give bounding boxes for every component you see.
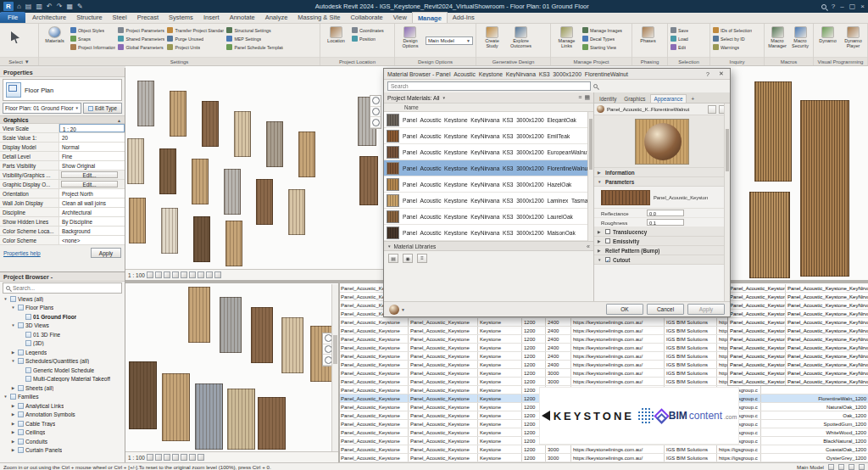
scrollbar-thumb[interactable] bbox=[589, 119, 593, 170]
schedule-row[interactable]: Panel_Acoustic_KeystonePanel_Acoustic_Ke… bbox=[728, 301, 868, 310]
preview-image[interactable] bbox=[635, 119, 689, 165]
name-column-header[interactable]: Name bbox=[384, 104, 593, 112]
ribbon-tab-analyze[interactable]: Analyze bbox=[260, 12, 293, 23]
ribbon-tab-structure[interactable]: Structure bbox=[71, 12, 107, 23]
section-parameters[interactable]: ▼ Parameters bbox=[594, 177, 730, 187]
scrollbar-thumb[interactable] bbox=[726, 129, 729, 171]
cutout-checkbox[interactable]: ✓ bbox=[605, 257, 610, 262]
edit-type-button[interactable]: Edit Type bbox=[83, 103, 122, 114]
image-thumbnail[interactable] bbox=[601, 190, 650, 205]
reflectance-field[interactable]: 0.0 bbox=[647, 210, 684, 216]
ribbon-button-object-styles[interactable]: Object Styles bbox=[70, 26, 115, 34]
view-control-icon[interactable] bbox=[198, 271, 204, 278]
panel-swatch[interactable] bbox=[161, 208, 178, 254]
minimize-icon[interactable]: – bbox=[840, 2, 843, 11]
view-control-icon[interactable] bbox=[206, 271, 213, 278]
panel-swatch[interactable] bbox=[192, 159, 209, 204]
panel-swatch[interactable] bbox=[754, 81, 792, 182]
undo-icon[interactable]: ↶ bbox=[47, 2, 53, 11]
search-input[interactable] bbox=[13, 285, 119, 291]
asset-row[interactable]: Panel_Acoustic_K..FlorentineWalnut bbox=[594, 104, 730, 115]
section-emissivity[interactable]: ▶ Emissivity bbox=[594, 237, 730, 246]
tree-item-ceilings[interactable]: ▶Ceilings bbox=[0, 428, 125, 438]
panel-swatch[interactable] bbox=[202, 101, 219, 147]
tree-item-01-ground-floor[interactable]: 01 Ground Floor bbox=[0, 312, 125, 322]
ribbon-button-project-information[interactable]: Project Information bbox=[70, 43, 115, 51]
measure-icon[interactable]: ✎ bbox=[77, 2, 83, 11]
ribbon-button-starting-view[interactable]: Starting View bbox=[582, 43, 622, 51]
ribbon-button-purge-unused[interactable]: Purge Unused bbox=[167, 35, 224, 42]
instance-selector[interactable]: Floor Plan: 01 Ground Floor ▼ bbox=[3, 103, 81, 114]
panel-swatch[interactable] bbox=[162, 373, 190, 441]
property-value-scale-value-1[interactable]: 20 bbox=[59, 133, 125, 142]
tree-item-families[interactable]: ▼Families bbox=[0, 393, 125, 402]
panel-swatch[interactable] bbox=[195, 383, 223, 450]
ribbon-button-transfer-project-standards[interactable]: Transfer Project Standards bbox=[167, 26, 224, 34]
library-list-button[interactable]: ≡ bbox=[417, 254, 427, 263]
schedule-row[interactable]: Panel_Acoustic_KeystonePanel_Acoustic_Ke… bbox=[728, 335, 868, 344]
ribbon-button-select-by-id[interactable]: Select by ID bbox=[713, 35, 752, 42]
press-drag-icon[interactable] bbox=[849, 464, 854, 470]
ribbon-tab-systems[interactable]: Systems bbox=[164, 12, 198, 23]
material-item[interactable]: Panel_Acoustic_Keystone_KeyNirvana_KS3_3… bbox=[384, 112, 593, 128]
ribbon-tab-file[interactable]: File bbox=[0, 12, 25, 23]
property-value-show-hidden-lines[interactable]: By Discipline bbox=[59, 217, 125, 226]
ribbon-tab-architecture[interactable]: Architecture bbox=[27, 12, 71, 23]
tree-item-annotation-symbols[interactable]: ▶Annotation Symbols bbox=[0, 411, 125, 420]
duplicate-asset-icon[interactable] bbox=[708, 105, 716, 114]
section-information[interactable]: ▶ Information bbox=[594, 168, 730, 177]
material-item[interactable]: Panel_Acoustic_Keystone_KeyNirvana_KS3_3… bbox=[384, 225, 593, 241]
property-value-view-scale[interactable]: 1 : 20 bbox=[59, 124, 125, 132]
tree-item-sheets-all[interactable]: ▶Sheets (all) bbox=[0, 383, 125, 393]
ribbon-button-save[interactable]: Save bbox=[670, 26, 688, 34]
selection-filter-icon[interactable] bbox=[859, 464, 865, 470]
view-scale-upper[interactable]: 1 : 100 bbox=[128, 272, 145, 278]
property-value-parts-visibility[interactable]: Show Original bbox=[59, 161, 125, 170]
panel-swatch[interactable] bbox=[281, 317, 303, 373]
active-design-option[interactable]: Main Model bbox=[797, 464, 824, 470]
ribbon-tab-add-ins[interactable]: Add-Ins bbox=[448, 12, 480, 23]
schedule-row[interactable]: Panel_Acoustic_KeystonePanel_Acoustic_Ke… bbox=[728, 293, 868, 301]
tree-item-3d[interactable]: (3D) bbox=[0, 339, 125, 349]
ribbon-button-project-parameters[interactable]: Project Parameters bbox=[118, 26, 164, 34]
redo-icon[interactable]: ↷ bbox=[57, 2, 63, 11]
panel-swatch[interactable] bbox=[220, 297, 242, 353]
ribbon-tab-steel[interactable]: Steel bbox=[108, 12, 132, 23]
print-icon[interactable]: ▦ bbox=[66, 2, 73, 11]
schedule-row[interactable]: Panel_Acoustic_KeystonePanel_Acoustic_Ke… bbox=[728, 327, 868, 335]
schedule-row[interactable]: Panel_Acoustic_KeystonePanel_Acoustic_Ke… bbox=[728, 344, 868, 352]
help-icon[interactable]: ? bbox=[832, 2, 835, 11]
material-item[interactable]: Panel_Acoustic_Keystone_KeyNirvana_KS3_3… bbox=[384, 160, 593, 176]
apply-button[interactable]: Apply bbox=[91, 248, 121, 258]
section-cutout[interactable]: ▼ ✓ Cutout bbox=[594, 255, 730, 265]
ribbon-tab-precast[interactable]: Precast bbox=[132, 12, 164, 23]
ribbon-tab-annotate[interactable]: Annotate bbox=[225, 12, 260, 23]
ribbon-button-coordinates[interactable]: Coordinates bbox=[352, 26, 384, 34]
material-search-input[interactable] bbox=[387, 81, 591, 91]
schedule-row[interactable]: Panel_Acoustic_KeystonePanel_Acoustic_Ke… bbox=[728, 310, 868, 318]
tree-item-analytical-links[interactable]: ▶Analytical Links bbox=[0, 401, 125, 411]
material-item[interactable]: Panel_Acoustic_Keystone_KeyNirvana_KS3_3… bbox=[384, 209, 593, 225]
panel-swatch[interactable] bbox=[266, 121, 283, 167]
steering-wheel-icon[interactable] bbox=[370, 96, 381, 107]
panel-swatch[interactable] bbox=[251, 307, 273, 363]
cancel-button[interactable]: Cancel bbox=[647, 304, 684, 315]
property-value-graphic-display-o[interactable]: Edit... bbox=[61, 181, 118, 187]
material-item[interactable]: Panel_Acoustic_Keystone_KeyNirvana_KS3_3… bbox=[384, 144, 593, 160]
ribbon-button-panel-schedule-templates[interactable]: Panel Schedule Templates bbox=[226, 43, 283, 51]
property-value-visibility-graphics[interactable]: Edit... bbox=[61, 171, 118, 178]
ribbon-button-mep-settings[interactable]: MEP Settings bbox=[226, 35, 283, 42]
panel-swatch[interactable] bbox=[227, 389, 255, 450]
panel-swatch[interactable] bbox=[288, 189, 305, 235]
translucency-checkbox[interactable] bbox=[605, 229, 610, 234]
property-value-color-scheme-loca[interactable]: Background bbox=[59, 227, 125, 235]
graphics-section-header[interactable]: Graphics ▲ bbox=[0, 115, 125, 124]
ribbon-tab-collaborate[interactable]: Collaborate bbox=[345, 12, 387, 23]
properties-help-link[interactable]: Properties help bbox=[3, 250, 41, 256]
ribbon-button-macro-manager[interactable]: Macro Manager bbox=[767, 26, 787, 48]
tree-item-conduits[interactable]: ▶Conduits bbox=[0, 437, 125, 446]
material-item[interactable]: Panel_Acoustic_Keystone_KeyNirvana_KS3_3… bbox=[384, 128, 593, 144]
panel-swatch[interactable] bbox=[193, 216, 210, 262]
ribbon-button-snaps[interactable]: Snaps bbox=[70, 35, 115, 42]
panel-swatch[interactable] bbox=[258, 397, 286, 450]
